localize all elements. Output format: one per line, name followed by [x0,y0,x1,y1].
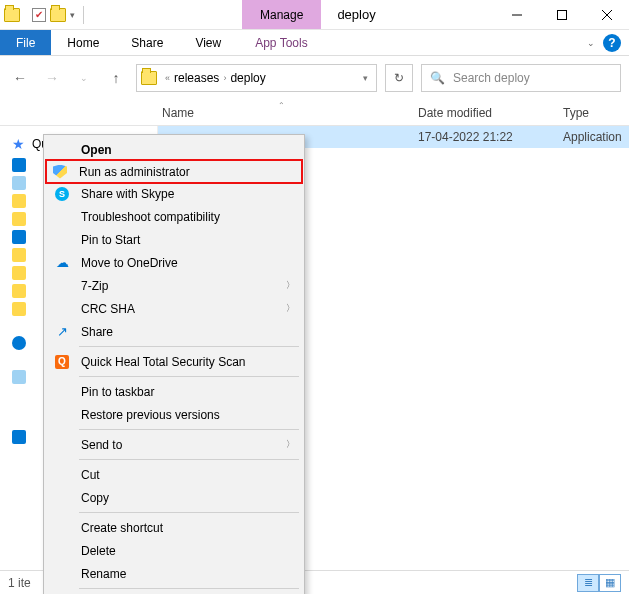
ctx-crc-sha[interactable]: CRC SHA 〉 [47,297,301,320]
large-icons-view-button[interactable]: ▦ [599,574,621,592]
qat-more-icon[interactable]: ▾ [70,10,75,20]
ctx-restore-versions[interactable]: Restore previous versions [47,403,301,426]
help-icon[interactable]: ? [603,34,621,52]
ctx-share[interactable]: ↗ Share [47,320,301,343]
folder-icon [4,8,20,22]
context-tab-manage[interactable]: Manage [242,0,321,29]
ctx-delete[interactable]: Delete [47,539,301,562]
cloud-icon: ☁ [55,256,69,270]
skype-icon: S [55,187,69,201]
close-icon [602,10,612,20]
separator [79,588,299,589]
ctx-run-as-admin[interactable]: Run as administrator [45,159,303,184]
share-icon: ↗ [55,325,69,339]
separator [79,429,299,430]
tab-view[interactable]: View [179,30,237,55]
separator [79,376,299,377]
sidebar-item-stub[interactable] [12,430,26,444]
ctx-troubleshoot[interactable]: Troubleshoot compatibility [47,205,301,228]
context-menu: Open Run as administrator S Share with S… [43,134,305,594]
title-bar: ✔ ▾ Manage deploy [0,0,629,30]
minimize-button[interactable] [494,0,539,29]
sidebar-item-stub[interactable] [12,230,26,244]
separator [79,346,299,347]
window-title: deploy [321,0,391,29]
sidebar-item-stub[interactable] [12,248,26,262]
star-icon: ★ [12,137,26,151]
ctx-quickheal[interactable]: Q Quick Heal Total Security Scan [47,350,301,373]
breadcrumb-item[interactable]: releases [174,71,219,85]
column-headers: ⌃ Name Date modified Type [0,100,629,126]
sidebar-item-stub[interactable] [12,176,26,190]
ctx-share-skype[interactable]: S Share with Skype [47,182,301,205]
tab-app-tools[interactable]: App Tools [239,30,323,55]
chevron-right-icon: 〉 [286,279,295,292]
ctx-create-shortcut[interactable]: Create shortcut [47,516,301,539]
address-dropdown-icon[interactable]: ▾ [359,73,372,83]
separator [79,512,299,513]
shield-icon [53,165,67,179]
search-input[interactable]: 🔍 Search deploy [421,64,621,92]
search-placeholder: Search deploy [453,71,530,85]
ctx-cut[interactable]: Cut [47,463,301,486]
ctx-move-onedrive[interactable]: ☁ Move to OneDrive [47,251,301,274]
minimize-icon [512,10,522,20]
details-view-button[interactable]: ≣ [577,574,599,592]
chevron-right-icon[interactable]: › [219,73,230,83]
separator [79,459,299,460]
tab-home[interactable]: Home [51,30,115,55]
close-button[interactable] [584,0,629,29]
quickheal-icon: Q [55,355,69,369]
sidebar-item-stub[interactable] [12,266,26,280]
sidebar-item-stub[interactable] [12,194,26,208]
address-folder-icon [141,71,157,85]
maximize-button[interactable] [539,0,584,29]
back-button[interactable]: ← [8,66,32,90]
sidebar-item-stub[interactable] [12,212,26,226]
ctx-open[interactable]: Open [47,138,301,161]
column-name[interactable]: Name [162,106,418,120]
ctx-rename[interactable]: Rename [47,562,301,585]
sidebar-item-stub[interactable] [12,158,26,172]
up-button[interactable]: ↑ [104,66,128,90]
status-text: 1 ite [8,576,31,590]
column-type[interactable]: Type [563,106,629,120]
search-icon: 🔍 [430,71,445,85]
tab-share[interactable]: Share [115,30,179,55]
breadcrumb-item[interactable]: deploy [230,71,265,85]
address-bar[interactable]: « releases › deploy ▾ [136,64,377,92]
file-type-cell: Application [563,130,629,144]
refresh-button[interactable]: ↻ [385,64,413,92]
maximize-icon [557,10,567,20]
ribbon-expand-icon[interactable]: ⌄ [587,38,595,48]
navigation-row: ← → ⌄ ↑ « releases › deploy ▾ ↻ 🔍 Search… [0,56,629,100]
chevron-right-icon[interactable]: « [161,73,174,83]
svg-rect-1 [557,10,566,19]
ctx-send-to[interactable]: Send to 〉 [47,433,301,456]
chevron-right-icon: 〉 [286,438,295,451]
sidebar-item-stub[interactable] [12,336,26,350]
column-date[interactable]: Date modified [418,106,563,120]
ctx-pin-start[interactable]: Pin to Start [47,228,301,251]
ctx-7zip[interactable]: 7-Zip 〉 [47,274,301,297]
properties-qat-icon[interactable]: ✔ [32,8,46,22]
ctx-copy[interactable]: Copy [47,486,301,509]
sidebar-item-stub[interactable] [12,370,26,384]
forward-button[interactable]: → [40,66,64,90]
chevron-right-icon: 〉 [286,302,295,315]
divider [83,6,84,24]
ribbon: File Home Share View App Tools ⌄ ? [0,30,629,56]
file-date-cell: 17-04-2022 21:22 [418,130,563,144]
sidebar-item-stub[interactable] [12,302,26,316]
ctx-pin-taskbar[interactable]: Pin to taskbar [47,380,301,403]
new-folder-qat-icon[interactable] [50,8,66,22]
recent-dropdown[interactable]: ⌄ [72,66,96,90]
sidebar-item-stub[interactable] [12,284,26,298]
sort-indicator-icon: ⌃ [278,101,285,110]
file-tab[interactable]: File [0,30,51,55]
